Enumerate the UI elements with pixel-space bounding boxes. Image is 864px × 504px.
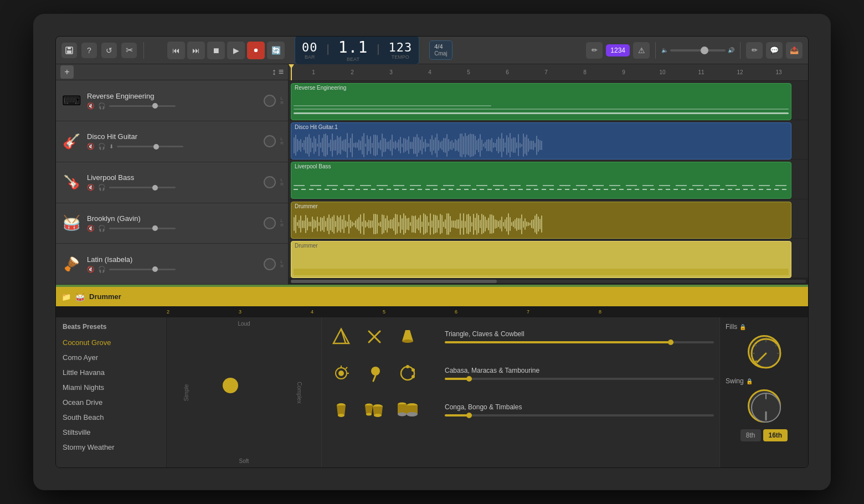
- beat-area[interactable]: Simple Complex: [172, 330, 316, 455]
- track-volume-slider[interactable]: [109, 269, 176, 270]
- track-pan-knob[interactable]: [264, 135, 276, 147]
- preset-miami-nights[interactable]: Miami Nights: [56, 380, 166, 395]
- instrument-slider-dot[interactable]: [466, 413, 472, 418]
- fills-knob-container: [726, 335, 803, 368]
- pencil-button[interactable]: ✏: [586, 42, 603, 59]
- track-item-liverpool-bass[interactable]: 🎸 Liverpool Bass 🔇 🎧: [56, 162, 288, 203]
- conga-icon[interactable]: [327, 396, 355, 424]
- add-track-button[interactable]: +: [60, 65, 74, 79]
- share-button[interactable]: 📤: [786, 42, 803, 59]
- note-buttons: 8th 16th: [726, 429, 803, 441]
- track-view-toggle[interactable]: ↕: [272, 67, 276, 77]
- swing-knob[interactable]: [748, 389, 781, 423]
- beat-dot[interactable]: [223, 378, 238, 393]
- clip-latin-drummer[interactable]: Drummer: [291, 241, 791, 278]
- scrollbar-thumb[interactable]: [291, 280, 497, 283]
- track-pan-knob[interactable]: [264, 217, 276, 229]
- clip-liverpool-bass[interactable]: Liverpool Bass: [291, 162, 791, 199]
- track-pan-knob[interactable]: [264, 176, 276, 188]
- key-signature[interactable]: 4/4 Cmaj: [429, 40, 452, 60]
- track-volume-knob[interactable]: [152, 185, 158, 191]
- preset-little-havana[interactable]: Little Havana: [56, 365, 166, 380]
- cut-button[interactable]: ✂: [121, 43, 137, 58]
- fast-forward-button[interactable]: ⏭: [187, 42, 205, 59]
- instrument-icons-cabasa: [327, 359, 438, 387]
- bongo-icon[interactable]: [361, 396, 388, 424]
- track-item-brooklyn-gavin[interactable]: 🥁 Brooklyn (Gavin) 🔇 🎧: [56, 203, 288, 244]
- track-headphone-button[interactable]: 🎧: [98, 143, 106, 150]
- alert-button[interactable]: ⚠: [633, 42, 650, 59]
- chat-button[interactable]: 💬: [766, 42, 783, 59]
- fills-knob[interactable]: [748, 335, 781, 368]
- svg-line-14: [373, 376, 376, 381]
- note-16th-button[interactable]: 16th: [763, 429, 788, 441]
- track-volume-knob[interactable]: [153, 144, 159, 150]
- note-8th-button[interactable]: 8th: [740, 429, 761, 441]
- track-headphone-button[interactable]: 🎧: [98, 184, 106, 191]
- undo-button[interactable]: ↺: [101, 43, 117, 58]
- preset-coconut-grove[interactable]: Coconut Grove: [56, 335, 166, 350]
- track-item-latin-isabela[interactable]: 🪘 Latin (Isabela) 🔇 🎧: [56, 244, 288, 285]
- preset-como-ayer[interactable]: Como Ayer: [56, 350, 166, 365]
- track-mute-button[interactable]: 🔇: [87, 225, 95, 232]
- track-headphone-button[interactable]: 🎧: [98, 102, 106, 110]
- instrument-slider[interactable]: [445, 341, 714, 343]
- track-pan-knob[interactable]: [264, 258, 276, 270]
- track-volume-slider[interactable]: [109, 187, 176, 188]
- preset-south-beach[interactable]: South Beach: [56, 410, 166, 425]
- note-input-button[interactable]: 1234: [606, 44, 630, 56]
- cowbell-icon[interactable]: [394, 323, 421, 351]
- track-mute-button[interactable]: 🔇: [87, 143, 95, 150]
- timbales-icon[interactable]: [394, 396, 421, 424]
- svg-point-18: [412, 375, 415, 378]
- track-headphone-button[interactable]: 🎧: [98, 225, 106, 232]
- cabasa-icon[interactable]: [327, 359, 355, 387]
- volume-knob[interactable]: [701, 47, 708, 54]
- track-volume-knob[interactable]: [152, 266, 158, 272]
- edit-button[interactable]: ✏: [746, 42, 763, 59]
- track-pan-knob[interactable]: [264, 95, 276, 107]
- track-item-disco-hit-guitar[interactable]: 🎸 Disco Hit Guitar 🔇 🎧 ⬇: [56, 121, 288, 162]
- horizontal-scrollbar[interactable]: [289, 278, 808, 285]
- track-volume-slider[interactable]: [117, 146, 183, 147]
- waveform-drummer: [291, 210, 791, 238]
- lock-icon: 🔒: [739, 324, 746, 330]
- track-headphone-button[interactable]: 🎧: [98, 266, 106, 273]
- track-dl-button[interactable]: ⬇: [109, 143, 114, 150]
- preset-ocean-drive[interactable]: Ocean Drive: [56, 395, 166, 410]
- cycle-button[interactable]: 🔄: [267, 42, 285, 59]
- instrument-slider-dot[interactable]: [668, 340, 673, 345]
- track-mute-button[interactable]: 🔇: [87, 102, 95, 110]
- track-item-reverse-engineering[interactable]: ⌨ Reverse Engineering 🔇 🎧: [56, 80, 288, 121]
- track-volume-knob[interactable]: [152, 225, 158, 231]
- track-volume-slider[interactable]: [109, 105, 176, 107]
- swing-label: Swing 🔒: [726, 377, 803, 385]
- claves-icon[interactable]: [361, 323, 388, 351]
- preset-stiltsville[interactable]: Stiltsville: [56, 425, 166, 440]
- clip-brooklyn-drummer[interactable]: Drummer: [291, 202, 791, 239]
- preset-stormy-weather[interactable]: Stormy Weather: [56, 440, 166, 455]
- instrument-slider-dot[interactable]: [466, 376, 472, 382]
- track-volume-slider[interactable]: [109, 228, 176, 229]
- ruler-mark-1: 1: [294, 69, 333, 75]
- record-button[interactable]: ⏺: [247, 42, 265, 59]
- instrument-slider[interactable]: [445, 414, 714, 416]
- clip-reverse-engineering[interactable]: Reverse Engineering: [291, 83, 791, 120]
- track-mute-button[interactable]: 🔇: [87, 184, 95, 191]
- track-mute-button[interactable]: 🔇: [87, 266, 95, 273]
- tambourine-icon[interactable]: [394, 359, 421, 387]
- save-button[interactable]: [61, 43, 77, 58]
- track-controls: 🔇 🎧 ⬇: [87, 143, 259, 150]
- track-volume-knob[interactable]: [152, 103, 158, 109]
- help-button[interactable]: ?: [81, 43, 97, 58]
- maracas-icon[interactable]: [361, 359, 388, 387]
- stop-button[interactable]: ⏹: [207, 42, 225, 59]
- track-edit-toggle[interactable]: ≡: [279, 67, 284, 77]
- rewind-button[interactable]: ⏮: [167, 42, 185, 59]
- time-display[interactable]: 00 BAR | 1.1 BEAT | 123 TEMPO: [295, 36, 419, 65]
- instrument-slider[interactable]: [445, 378, 714, 380]
- play-button[interactable]: ▶: [227, 42, 245, 59]
- triangle-icon[interactable]: [327, 323, 355, 351]
- clip-disco-hit-guitar[interactable]: Disco Hit Guitar.1: [291, 122, 791, 160]
- volume-slider[interactable]: [670, 49, 726, 52]
